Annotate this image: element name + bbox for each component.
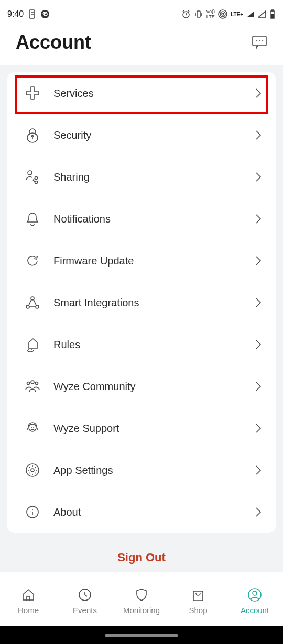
lock-icon: [17, 127, 48, 143]
svg-rect-9: [271, 14, 274, 18]
signal-icon-1: [246, 10, 255, 18]
row-services[interactable]: Services: [17, 72, 266, 114]
row-sharing[interactable]: Sharing: [17, 156, 266, 198]
nav-label: Account: [241, 606, 269, 615]
chevron-right-icon: [251, 423, 266, 434]
person-circle-icon: [247, 587, 263, 603]
chevron-right-icon: [251, 381, 266, 392]
svg-point-21: [36, 305, 39, 308]
row-label: Smart Integrations: [48, 297, 251, 309]
row-firmware[interactable]: Firmware Update: [17, 240, 266, 282]
svg-point-17: [35, 177, 38, 180]
row-label: About: [48, 506, 251, 518]
row-label: Sharing: [48, 171, 251, 183]
svg-point-12: [259, 40, 260, 41]
community-people-icon: [17, 379, 48, 394]
svg-rect-3: [197, 11, 200, 17]
refresh-icon: [17, 253, 48, 268]
svg-point-31: [32, 509, 33, 510]
chat-icon[interactable]: [252, 35, 267, 50]
sim-icon: [28, 9, 36, 19]
content-area: Services Security Sharing Notifications: [0, 65, 283, 574]
status-bar: 9:40 Vo)) LTE LTE+: [0, 0, 283, 26]
row-label: Notifications: [48, 213, 251, 225]
chevron-right-icon: [251, 339, 266, 350]
lte-label: LTE+: [231, 12, 243, 17]
rules-house-icon: [17, 336, 48, 353]
app-header: Account: [0, 26, 283, 65]
status-right: Vo)) LTE LTE+: [181, 9, 276, 19]
row-support[interactable]: Wyze Support: [17, 407, 266, 449]
shield-icon: [134, 587, 149, 603]
row-about[interactable]: About: [17, 491, 266, 533]
row-label: Wyze Support: [48, 423, 251, 435]
integration-nodes-icon: [17, 295, 48, 310]
row-notifications[interactable]: Notifications: [17, 198, 266, 240]
svg-point-26: [31, 427, 32, 428]
nav-monitoring[interactable]: Monitoring: [115, 587, 168, 615]
svg-point-29: [31, 469, 34, 472]
support-headset-icon: [17, 420, 48, 436]
chevron-right-icon: [251, 130, 266, 140]
nav-label: Events: [73, 606, 97, 615]
nav-label: Home: [18, 606, 39, 615]
volte-label: Vo)) LTE: [206, 9, 215, 19]
system-black-bar: [0, 626, 283, 644]
row-integrations[interactable]: Smart Integrations: [17, 282, 266, 324]
chevron-right-icon: [251, 88, 266, 98]
bell-icon: [17, 211, 48, 227]
vibrate-icon: [194, 9, 203, 19]
svg-rect-33: [193, 591, 203, 601]
row-security[interactable]: Security: [17, 114, 266, 156]
bottom-nav: Home Events Monitoring Shop Account: [0, 572, 283, 626]
alarm-clock-icon: [181, 9, 191, 19]
nav-label: Shop: [189, 606, 207, 615]
chevron-right-icon: [251, 507, 266, 517]
chevron-right-icon: [251, 172, 266, 182]
swirl-icon: [40, 9, 50, 19]
nav-account[interactable]: Account: [228, 587, 281, 615]
sign-out-button[interactable]: Sign Out: [7, 533, 276, 574]
row-label: Wyze Community: [48, 381, 251, 393]
chevron-right-icon: [251, 256, 266, 266]
status-time: 9:40: [7, 9, 24, 19]
row-label: Security: [48, 129, 251, 141]
clock-icon: [77, 587, 93, 603]
home-icon: [20, 587, 36, 603]
svg-point-35: [253, 591, 257, 595]
bag-icon: [190, 587, 206, 603]
chevron-right-icon: [251, 297, 266, 308]
row-label: Services: [48, 87, 251, 99]
page-title: Account: [16, 31, 91, 53]
hotspot-icon: [218, 9, 227, 19]
row-label: Firmware Update: [48, 255, 251, 267]
settings-list: Services Security Sharing Notifications: [7, 72, 276, 533]
svg-point-27: [33, 427, 34, 428]
svg-point-4: [222, 13, 224, 15]
row-community[interactable]: Wyze Community: [17, 365, 266, 407]
home-indicator[interactable]: [105, 634, 178, 637]
plus-medical-icon: [17, 85, 48, 101]
nav-shop[interactable]: Shop: [172, 587, 224, 615]
svg-rect-8: [271, 10, 274, 11]
nav-home[interactable]: Home: [2, 587, 55, 615]
share-people-icon: [17, 169, 48, 185]
battery-icon: [269, 9, 276, 19]
info-icon: [17, 505, 48, 519]
row-label: App Settings: [48, 464, 251, 476]
svg-point-11: [256, 40, 257, 41]
svg-point-5: [220, 12, 225, 17]
status-left: 9:40: [7, 9, 50, 19]
svg-point-16: [28, 171, 32, 175]
nav-label: Monitoring: [123, 606, 160, 615]
row-label: Rules: [48, 339, 251, 351]
nav-events[interactable]: Events: [59, 587, 111, 615]
chevron-right-icon: [251, 465, 266, 475]
signal-icon-2: [258, 10, 266, 18]
row-rules[interactable]: Rules: [17, 324, 266, 365]
svg-point-22: [31, 381, 34, 384]
row-appsettings[interactable]: App Settings: [17, 449, 266, 491]
svg-point-15: [32, 136, 34, 137]
svg-point-24: [36, 382, 38, 385]
svg-point-20: [26, 305, 29, 308]
